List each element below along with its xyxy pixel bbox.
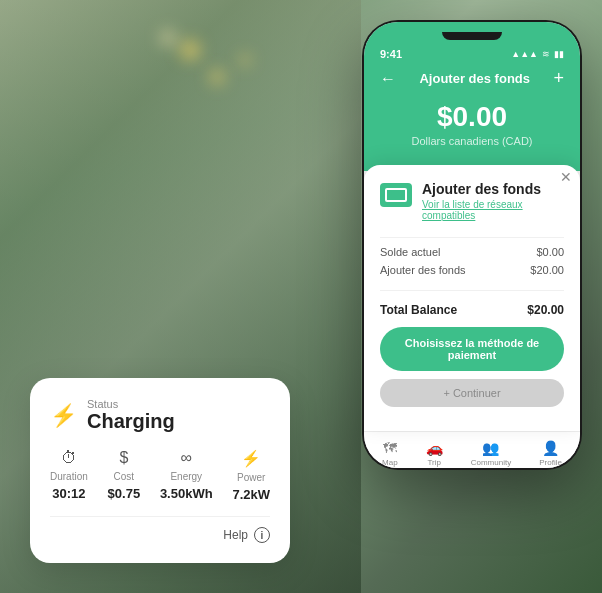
cost-value: $0.75 [108,486,141,501]
cost-label: Cost [114,471,135,482]
bokeh-3 [240,55,250,65]
map-label: Map [382,458,398,467]
energy-label: Energy [170,471,202,482]
status-label: Status [87,398,175,410]
cost-icon: $ [119,449,128,467]
nav-map[interactable]: 🗺 Map [382,440,398,467]
balance-amount: $0.00 [380,101,564,133]
nav-trip[interactable]: 🚗 Trip [426,440,443,467]
modal-divider-1 [380,237,564,238]
solde-label: Solde actuel [380,246,441,258]
battery-icon: ▮▮ [554,49,564,59]
charging-stats: ⏱ Duration 30:12 $ Cost $0.75 ∞ Energy 3… [50,449,270,502]
power-icon: ⚡ [241,449,261,468]
stat-cost: $ Cost $0.75 [108,449,141,502]
balance-currency: Dollars canadiens (CAD) [380,135,564,147]
energy-icon: ∞ [181,449,192,467]
duration-value: 30:12 [52,486,85,501]
stat-energy: ∞ Energy 3.50kWh [160,449,213,502]
plug-icon: ⚡ [50,405,77,427]
phone-mockup: 9:41 ▲▲▲ ≋ ▮▮ ← Ajouter des fonds + $0.0… [362,20,582,470]
phone-time: 9:41 [380,48,402,60]
modal-total-row: Total Balance $20.00 [380,303,564,317]
trip-icon: 🚗 [426,440,443,456]
community-icon: 👥 [482,440,499,456]
bokeh-4 [160,30,176,46]
stat-power: ⚡ Power 7.2kW [232,449,270,502]
total-label: Total Balance [380,303,457,317]
map-icon: 🗺 [383,440,397,456]
stat-duration: ⏱ Duration 30:12 [50,449,88,502]
status-info: Status Charging [87,398,175,433]
profile-label: Profile [539,458,562,467]
help-icon[interactable]: i [254,527,270,543]
wifi-icon: ≋ [542,49,550,59]
ajouter-label: Ajouter des fonds [380,264,466,276]
duration-label: Duration [50,471,88,482]
nav-community[interactable]: 👥 Community [471,440,511,467]
phone-notch [442,32,502,40]
phone-nav-bar: ← Ajouter des fonds + [380,68,564,89]
charging-header: ⚡ Status Charging [50,398,270,433]
phone-status-bar: 9:41 ▲▲▲ ≋ ▮▮ [380,48,564,60]
phone-status-icons: ▲▲▲ ≋ ▮▮ [511,49,564,59]
power-value: 7.2kW [232,487,270,502]
total-value: $20.00 [527,303,564,317]
modal-subtitle[interactable]: Voir la liste de réseaux compatibles [422,199,564,221]
modal-divider-2 [380,290,564,291]
bokeh-1 [180,40,200,60]
trip-label: Trip [427,458,440,467]
signal-icon: ▲▲▲ [511,49,538,59]
continue-button[interactable]: + Continuer [380,379,564,407]
charging-card: ⚡ Status Charging ⏱ Duration 30:12 $ Cos… [30,378,290,563]
ajouter-value: $20.00 [530,264,564,276]
duration-icon: ⏱ [61,449,77,467]
phone-header: 9:41 ▲▲▲ ≋ ▮▮ ← Ajouter des fonds + $0.0… [364,22,580,171]
phone-inner: 9:41 ▲▲▲ ≋ ▮▮ ← Ajouter des fonds + $0.0… [364,22,580,468]
modal-title-area: Ajouter des fonds Voir la liste de résea… [422,181,564,221]
help-text: Help [223,528,248,542]
energy-value: 3.50kWh [160,486,213,501]
back-button[interactable]: ← [380,70,396,88]
modal-title: Ajouter des fonds [422,181,564,197]
modal-row-solde: Solde actuel $0.00 [380,246,564,258]
phone-balance: $0.00 Dollars canadiens (CAD) [380,97,564,151]
solde-value: $0.00 [536,246,564,258]
card-icon [380,183,412,207]
profile-icon: 👤 [542,440,559,456]
bokeh-2 [210,70,224,84]
page-title: Ajouter des fonds [419,71,530,86]
modal-row-ajouter: Ajouter des fonds $20.00 [380,264,564,276]
status-value: Charging [87,410,175,433]
phone-modal: ✕ Ajouter des fonds Voir la liste de rés… [364,165,580,431]
modal-header: Ajouter des fonds Voir la liste de résea… [380,181,564,221]
power-label: Power [237,472,265,483]
add-button[interactable]: + [553,68,564,89]
charging-footer: Help i [50,516,270,543]
phone-bottom-nav: 🗺 Map 🚗 Trip 👥 Community 👤 Profile [364,431,580,468]
community-label: Community [471,458,511,467]
nav-profile[interactable]: 👤 Profile [539,440,562,467]
payment-method-button[interactable]: Choisissez la méthode de paiement [380,327,564,371]
